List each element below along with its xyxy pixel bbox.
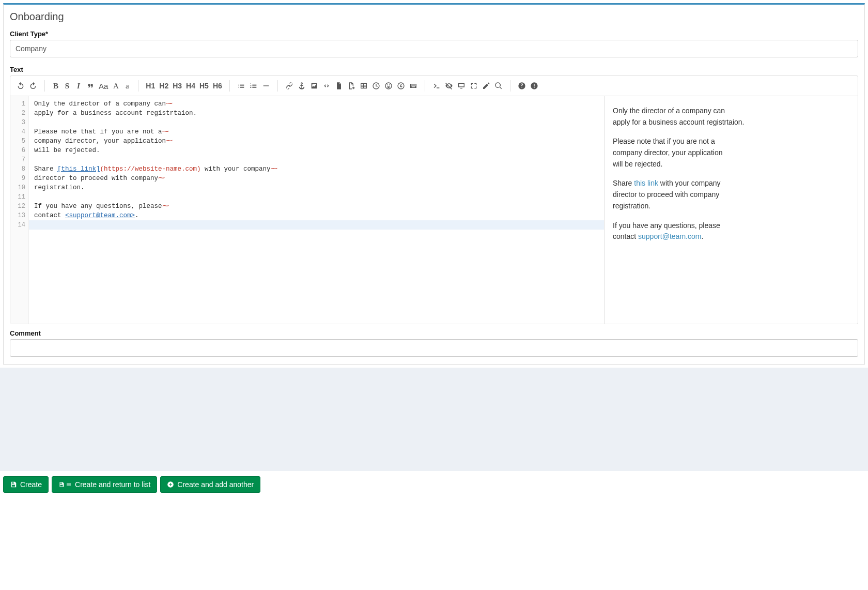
code-line[interactable]: Only the director of a company can⁓	[34, 99, 599, 109]
help-icon[interactable]	[516, 79, 528, 93]
undo-icon[interactable]	[14, 79, 27, 93]
bold-icon[interactable]: B	[50, 79, 61, 93]
h1-button[interactable]: H1	[144, 79, 157, 93]
button-label: Create	[20, 480, 42, 489]
code-icon[interactable]	[320, 79, 333, 93]
preview-text: If you have any questions, please	[613, 221, 720, 230]
strikethrough-icon[interactable]: S	[61, 79, 73, 93]
editor-toolbar: B S I Aa A a H1 H2 H3	[10, 76, 858, 96]
ordered-list-icon[interactable]	[247, 79, 260, 93]
table-icon[interactable]	[358, 79, 370, 93]
info-icon[interactable]	[528, 79, 540, 93]
h3-button[interactable]: H3	[171, 79, 184, 93]
eye-off-icon[interactable]	[443, 79, 455, 93]
code-line[interactable]: Share [this link](https://website-name.c…	[34, 164, 599, 174]
pen-icon[interactable]	[480, 79, 492, 93]
code-line[interactable]: company director, your application⁓	[34, 137, 599, 146]
preview-text: apply for a business account registrtaio…	[613, 118, 744, 126]
save-icon	[10, 481, 17, 488]
h2-button[interactable]: H2	[157, 79, 171, 93]
code-line[interactable]: If you have any questions, please⁓	[34, 202, 599, 211]
create-return-button[interactable]: Create and return to list	[52, 476, 157, 493]
list-icon	[66, 481, 72, 488]
client-type-label: Client Type*	[10, 30, 858, 38]
page-title: Onboarding	[10, 11, 858, 23]
markdown-editor: B S I Aa A a H1 H2 H3	[10, 75, 858, 324]
code-line[interactable]: director to proceed with company⁓	[34, 174, 599, 183]
h6-button[interactable]: H6	[211, 79, 224, 93]
code-editor-area[interactable]: Only the director of a company can⁓apply…	[29, 96, 605, 324]
button-label: Create and return to list	[75, 480, 150, 489]
preview-text: director to proceed with company	[613, 190, 719, 199]
file-export-icon[interactable]	[345, 79, 358, 93]
anchor-icon[interactable]	[296, 79, 308, 93]
comment-input[interactable]	[10, 339, 858, 357]
text-size-icon[interactable]: Aa	[97, 79, 110, 93]
code-line[interactable]: Please note that if you are not a⁓	[34, 127, 599, 137]
font-icon[interactable]: A	[110, 79, 121, 93]
comment-label: Comment	[10, 329, 858, 337]
text-label: Text	[10, 66, 858, 73]
unordered-list-icon[interactable]	[235, 79, 247, 93]
preview-text: will be rejected.	[613, 160, 663, 168]
code-line[interactable]: will be rejected.	[34, 146, 599, 155]
italic-icon[interactable]: I	[73, 79, 84, 93]
link-icon[interactable]	[283, 79, 296, 93]
save-icon	[58, 481, 65, 488]
fullscreen-icon[interactable]	[468, 79, 480, 93]
preview-text: contact	[613, 232, 638, 240]
code-line[interactable]	[29, 220, 604, 230]
create-button[interactable]: Create	[3, 476, 49, 493]
plus-circle-icon	[167, 481, 174, 488]
h5-button[interactable]: H5	[197, 79, 211, 93]
below-panel-spacer	[0, 368, 868, 471]
preview-text: registration.	[613, 202, 650, 210]
code-line[interactable]: apply for a business account registrtaio…	[34, 109, 599, 118]
footer-actions: Create Create and return to list Create …	[0, 471, 868, 498]
copyright-icon[interactable]	[395, 79, 407, 93]
preview-text: with your company	[658, 179, 721, 187]
code-line[interactable]	[34, 155, 599, 164]
preview-link[interactable]: this link	[634, 179, 658, 187]
preview-pane: Only the director of a company can apply…	[605, 96, 858, 324]
file-icon[interactable]	[333, 79, 345, 93]
code-line[interactable]: contact <support@team.com>.	[34, 211, 599, 220]
preview-text: Please note that if you are not a	[613, 137, 715, 145]
image-icon[interactable]	[308, 79, 320, 93]
terminal-icon[interactable]	[430, 79, 443, 93]
monitor-icon[interactable]	[455, 79, 468, 93]
lowercase-icon[interactable]: a	[121, 79, 133, 93]
keyboard-icon[interactable]	[407, 79, 420, 93]
h4-button[interactable]: H4	[184, 79, 197, 93]
preview-text: .	[701, 232, 703, 240]
code-line[interactable]: registration.	[34, 183, 599, 192]
search-icon[interactable]	[492, 79, 505, 93]
button-label: Create and add another	[177, 480, 254, 489]
preview-text: Share	[613, 179, 634, 187]
create-add-button[interactable]: Create and add another	[160, 476, 260, 493]
preview-text: Only the director of a company can	[613, 107, 725, 115]
svg-rect-0	[263, 85, 269, 86]
line-number-gutter: 1234567891011121314	[10, 96, 29, 324]
horizontal-rule-icon[interactable]	[260, 79, 272, 93]
code-line[interactable]	[34, 118, 599, 127]
emoji-icon[interactable]	[382, 79, 395, 93]
preview-email-link[interactable]: support@team.com	[638, 232, 701, 240]
clock-icon[interactable]	[370, 79, 382, 93]
quote-icon[interactable]	[84, 79, 97, 93]
preview-text: company director, your application	[613, 148, 722, 157]
code-line[interactable]	[34, 192, 599, 202]
redo-icon[interactable]	[27, 79, 39, 93]
client-type-input[interactable]	[10, 40, 858, 57]
